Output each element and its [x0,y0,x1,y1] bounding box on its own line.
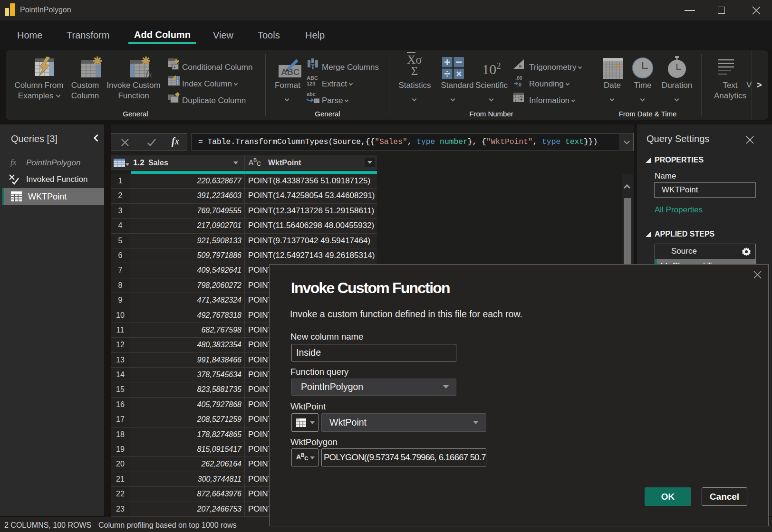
svg-text:.0: .0 [517,82,521,87]
svg-text:abc: abc [307,91,316,97]
svg-text:fx: fx [145,69,153,78]
svg-text:3: 3 [515,99,517,102]
svg-text:123: 123 [307,81,315,86]
svg-text:.00: .00 [515,75,522,81]
svg-text:3: 3 [177,83,179,86]
svg-text:1: 1 [515,95,517,98]
svg-text:ABC: ABC [307,75,318,81]
svg-text:1: 1 [177,76,179,80]
